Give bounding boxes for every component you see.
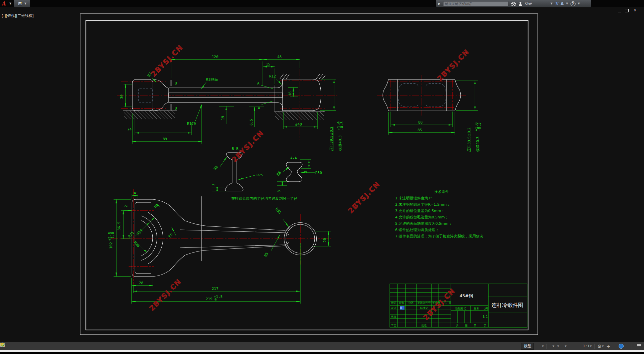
section-b-label-top: B xyxy=(175,81,177,85)
dim-219: 219 xyxy=(206,297,212,301)
search-input[interactable] xyxy=(443,1,508,6)
exchange-apps-icon[interactable]: X xyxy=(555,1,558,6)
object-snap-tracking-icon[interactable] xyxy=(561,343,562,349)
dim-102: 102 xyxy=(109,242,113,249)
watermark-6: 2BYSJ.CN xyxy=(422,287,457,322)
dim-r31: R31 xyxy=(127,231,135,238)
tb-no: 第 xyxy=(474,324,476,327)
help-dropdown-caret[interactable]: ▼ xyxy=(578,0,580,7)
apps-dropdown-caret[interactable]: ▼ xyxy=(566,0,568,7)
model-tab-button[interactable]: 模型 xyxy=(521,343,534,350)
workspace-switching-icon[interactable]: ⚙▼ xyxy=(597,343,604,349)
section-bb-label: B-B xyxy=(232,147,238,151)
lineweight-icon[interactable] xyxy=(569,343,570,349)
title-block: 标记 处数 分区 更改文件号 签名 年、月、日 设计 标准化 阶段标记 重量 比… xyxy=(390,284,527,327)
status-bar: 模型 ▼ ▼ ▼ ▼ 1:1 ▼ ⚙▼ + xyxy=(0,342,644,350)
tech-note-7: 7.锻件表面的清理：为了便于检查淬火裂纹，采用酸洗 xyxy=(395,234,483,238)
dim-r12: R12 xyxy=(269,74,276,78)
search-binoculars-icon[interactable] xyxy=(511,2,516,6)
plan-shank-bottom xyxy=(153,246,291,277)
stamp-press-2: 压印39.5±0.2 xyxy=(467,128,471,152)
help-icon[interactable]: ? xyxy=(571,1,576,6)
stamp-press-1: 压印39.5±0.2 xyxy=(329,127,334,151)
search-collapse-arrow-icon[interactable]: ▶ xyxy=(438,2,441,5)
dim-8: 8 xyxy=(133,192,137,194)
application-titlebar: A ▼ ▼ ▶ 登录 ▼ X A ▼ ? ▼ xyxy=(0,0,644,7)
annotation-autoscale-icon[interactable] xyxy=(577,343,578,349)
tb-design: 设计 xyxy=(391,307,396,310)
object-snap-icon[interactable]: ▼ xyxy=(564,343,567,349)
login-button[interactable]: 登录 xyxy=(525,1,532,6)
close-icon[interactable]: ✕ xyxy=(633,9,637,13)
snap-toggle-icon[interactable]: ▼ xyxy=(541,343,544,349)
tb-scale: 比例 xyxy=(483,307,488,310)
stamp-forge-2: 模锻40.3 xyxy=(476,137,480,152)
trusted-autodesk-icon[interactable] xyxy=(628,343,630,349)
tb-mark: 标记 xyxy=(391,301,396,304)
login-dropdown-caret[interactable]: ▼ xyxy=(550,0,552,7)
watermarks: 2BYSJ.CN 2BYSJ.CN 2BYSJ.CN 2BYSJ.CN 2BYS… xyxy=(148,43,471,322)
dim-28: 28 xyxy=(139,281,143,285)
ortho-toggle-icon[interactable] xyxy=(549,343,550,349)
dim-217: 217 xyxy=(212,287,218,291)
clean-screen-icon[interactable] xyxy=(634,343,635,349)
isodraft-dropdown-caret[interactable]: ▼ xyxy=(557,345,559,348)
dim-6-5: 6.5 xyxy=(249,119,254,126)
grid-toggle-icon[interactable] xyxy=(538,343,539,349)
tb-review: 审核 xyxy=(391,315,396,318)
autocad-logo-icon[interactable]: A xyxy=(1,0,5,7)
note-r3-sphere: R3球面 xyxy=(206,77,218,82)
workspace-dropdown-caret[interactable]: ▼ xyxy=(602,345,604,348)
infocenter-toolbar: ▶ 登录 ▼ X A ▼ ? ▼ xyxy=(436,0,591,7)
dim-dia40: ø40 xyxy=(295,122,302,127)
tech-note-1: 1.未注明模锻斜度为7° xyxy=(395,196,432,200)
customization-plus-icon[interactable]: + xyxy=(606,343,611,349)
dim-r35: R35 xyxy=(275,207,282,215)
snap-dropdown-caret[interactable]: ▼ xyxy=(542,345,543,348)
stamp-forge-tol-dn-2: -0.3 xyxy=(477,123,482,132)
annotation-scale-person-icon[interactable] xyxy=(580,343,581,349)
shank-note: 在杆部长度内的半径均匀过渡到另一半径 xyxy=(231,196,297,201)
section-aa-label: A-A xyxy=(290,156,297,160)
logo-dropdown-caret[interactable]: ▼ xyxy=(9,0,11,7)
save-dropdown-caret[interactable]: ▼ xyxy=(24,0,26,7)
isolate-objects-icon[interactable] xyxy=(615,343,617,349)
dim-48: 48 xyxy=(277,55,282,59)
hardware-acceleration-icon[interactable] xyxy=(618,343,624,349)
tb-sheets: 张 xyxy=(465,324,468,327)
restore-icon[interactable] xyxy=(625,9,629,12)
taskbar-edge xyxy=(0,350,644,352)
status-bar-menu-icon[interactable] xyxy=(637,343,642,349)
performance-monitor-icon[interactable] xyxy=(626,343,627,349)
viewport-controls-label[interactable]: [-][俯视][二维线框] xyxy=(2,13,34,18)
dim-36-5: 36,5 xyxy=(117,222,121,231)
tb-weight: 重量 xyxy=(473,307,479,310)
polar-dropdown-caret[interactable]: ▼ xyxy=(552,345,554,348)
dim-74: 74 xyxy=(127,127,132,132)
dim-r170: R170 xyxy=(187,122,196,126)
tech-notes-title: 技术条件 xyxy=(434,190,449,194)
annotation-scale-value[interactable]: 1:1 ▼ xyxy=(582,343,592,349)
dim-15: 15 xyxy=(266,62,270,66)
annotation-visibility-icon[interactable] xyxy=(574,343,576,349)
minimize-icon[interactable] xyxy=(618,9,621,12)
save-icon[interactable] xyxy=(18,1,22,6)
polar-tracking-icon[interactable]: ▼ xyxy=(551,343,555,349)
dim-r39: R39 xyxy=(136,228,144,236)
autodesk-app-icon[interactable]: A xyxy=(560,1,564,6)
document-window-controls: ✕ xyxy=(618,9,637,13)
bb-dim3: 3 xyxy=(212,183,216,186)
shank-outline xyxy=(169,79,283,111)
watermark-2: 2BYSJ.CN xyxy=(436,48,471,83)
ground-hatch-left xyxy=(124,111,175,119)
top-view: 30 120 48 15 R12 A A B B R3球面 R3 19 6.5 … xyxy=(117,55,344,151)
quick-access-toolbar: ▼ xyxy=(14,0,30,7)
annotation-scale-caret[interactable]: ▼ xyxy=(590,345,592,348)
isodraft-icon[interactable]: ▼ xyxy=(556,343,559,349)
stamp-forge-1: 模锻40.3 xyxy=(338,136,342,151)
osnap-dropdown-caret[interactable]: ▼ xyxy=(565,345,567,348)
bb-r75: R75 xyxy=(257,173,263,177)
user-icon[interactable] xyxy=(518,2,522,6)
tech-note-3: 3.允许的错位量差为0.5mm； xyxy=(395,209,445,213)
tb-page: 页 xyxy=(484,324,486,327)
